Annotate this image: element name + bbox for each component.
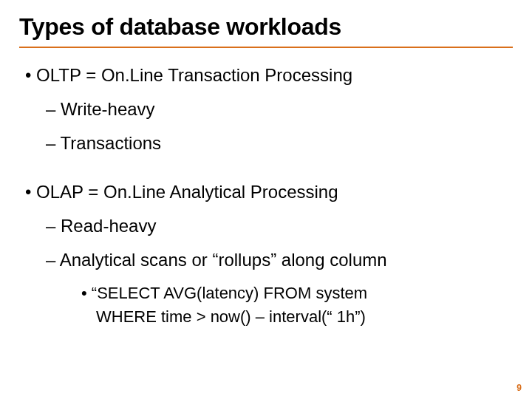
bullet-olap: OLAP = On.Line Analytical Processing (25, 181, 513, 203)
bullet-olap-sub1: Read-heavy (46, 215, 513, 237)
bullet-oltp-sub2: Transactions (46, 132, 513, 154)
slide: Types of database workloads OLTP = On.Li… (0, 0, 532, 399)
slide-content: OLTP = On.Line Transaction Processing Wr… (19, 48, 513, 327)
bullet-olap-sub2: Analytical scans or “rollups” along colu… (46, 249, 513, 271)
slide-title: Types of database workloads (19, 13, 513, 45)
bullet-oltp: OLTP = On.Line Transaction Processing (25, 64, 513, 86)
page-number: 9 (516, 383, 522, 393)
bullet-olap-example-line2: WHERE time > now() – interval(“ 1h”) (96, 307, 513, 327)
bullet-oltp-sub1: Write-heavy (46, 98, 513, 120)
bullet-olap-example-line1: “SELECT AVG(latency) FROM system (81, 283, 513, 304)
